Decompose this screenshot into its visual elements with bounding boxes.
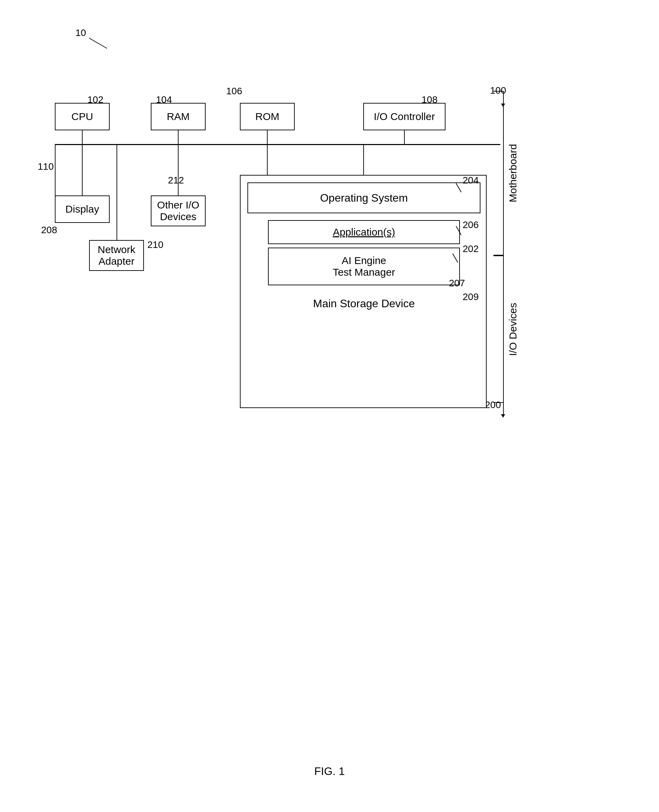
ref-200-arrow-v xyxy=(503,402,504,416)
ram-box: RAM xyxy=(151,103,206,130)
io-devices-label: I/O Devices xyxy=(507,267,519,391)
ref-10-label: 10 xyxy=(76,27,86,38)
rom-io-connector xyxy=(267,145,268,175)
ref-100-arrowhead xyxy=(501,104,505,107)
ai-engine-box: AI Engine Test Manager xyxy=(268,248,460,285)
bracket-right-v xyxy=(503,91,504,256)
rom-box: ROM xyxy=(240,103,295,130)
ref-206-label: 206 xyxy=(463,220,479,231)
ref-200-arrowhead xyxy=(501,414,505,418)
ref-202-label: 202 xyxy=(463,243,479,254)
ref-207-label: 207 xyxy=(449,278,465,289)
ref-110-label: 110 xyxy=(38,161,54,172)
network-adapter-box: Network Adapter xyxy=(89,240,144,271)
cpu-bus-line xyxy=(82,130,83,145)
rom-bus-line xyxy=(267,130,268,145)
io-bracket-top-h xyxy=(493,256,504,256)
display-connector xyxy=(82,145,83,196)
left-bus-down-line xyxy=(55,144,55,196)
io-ctrl-os-connector xyxy=(363,145,364,175)
ref-10-arrow xyxy=(89,38,107,49)
ref-102-label: 102 xyxy=(87,94,104,105)
other-io-connector xyxy=(178,145,178,196)
applications-box: Application(s) xyxy=(268,220,460,244)
ref-208-label: 208 xyxy=(41,224,57,235)
operating-system-box: Operating System xyxy=(248,182,481,213)
ref-204-label: 204 xyxy=(463,175,479,186)
ref-212-label: 212 xyxy=(168,175,184,186)
h-line-to-os xyxy=(267,175,364,175)
io-controller-bus-line xyxy=(404,130,405,145)
motherboard-label: Motherboard xyxy=(507,113,519,233)
display-box: Display xyxy=(55,196,110,223)
ref-106-label: 106 xyxy=(226,86,242,97)
fig-caption: FIG. 1 xyxy=(314,765,345,778)
main-storage-label: Main Storage Device xyxy=(248,297,481,310)
ref-210-label: 210 xyxy=(147,239,164,250)
motherboard-bus xyxy=(55,144,500,145)
other-io-box: Other I/O Devices xyxy=(151,196,206,226)
io-bracket-right-v xyxy=(503,256,504,403)
ref-100-arrow-v xyxy=(503,91,504,104)
cpu-box: CPU xyxy=(55,103,110,130)
network-adapter-connector xyxy=(117,145,117,240)
ref-209-label: 209 xyxy=(463,291,479,302)
diagram-container: 10 CPU 102 RAM 104 ROM 106 I/O Controlle… xyxy=(20,27,637,507)
io-controller-box: I/O Controller xyxy=(363,103,446,130)
ref-200-label: 200 xyxy=(485,400,501,411)
ram-bus-line xyxy=(178,130,178,145)
ref-104-label: 104 xyxy=(156,94,172,105)
os-container-box: Operating System Application(s) AI Engin… xyxy=(240,175,487,408)
ref-108-label: 108 xyxy=(421,94,438,105)
